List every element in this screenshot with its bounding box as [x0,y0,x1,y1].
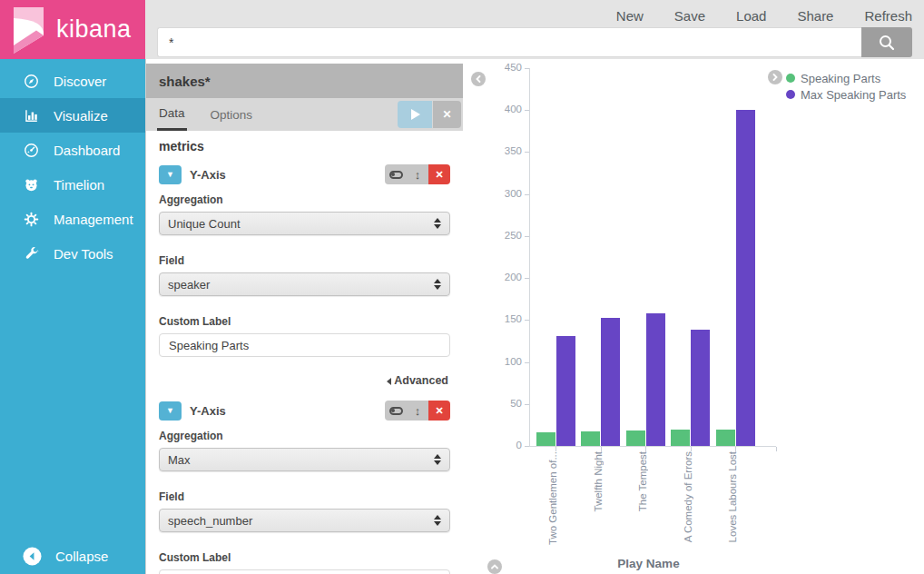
sidebar: Discover Visualize Dashboard [0,59,145,574]
legend-swatch [786,74,795,83]
reorder-agg-handle[interactable]: ↕ [407,164,428,184]
logo-text: kibana [56,15,132,44]
x-axis-label: Two Gentlemen of... [547,451,558,545]
sidebar-item-visualize[interactable]: Visualize [0,98,145,133]
tab-options[interactable]: Options [209,98,255,131]
y-axis-tick [525,278,529,279]
bar-speaking-parts[interactable] [581,431,600,446]
y-axis-tick [525,68,529,69]
y-axis-tick [525,320,529,321]
collapse-agg-button[interactable]: ▼ [159,165,182,184]
x-axis-label: Loves Labours Lost [727,451,738,542]
chart-legend: Speaking Parts Max Speaking Parts [786,70,906,103]
sidebar-item-dev-tools[interactable]: Dev Tools [0,236,145,271]
field-value: speech_number [168,514,252,528]
x-axis-label: A Comedy of Errors [683,451,693,542]
bar-max-speaking-parts[interactable] [601,318,620,446]
sidebar-item-timelion[interactable]: Timelion [0,167,145,202]
y-axis-tick-label: 450 [466,62,522,73]
panel-expand-button[interactable] [487,559,502,574]
bar-speaking-parts[interactable] [626,430,645,446]
legend-item-max-speaking-parts[interactable]: Max Speaking Parts [786,86,906,103]
advanced-row: Advanced [159,371,448,388]
index-pattern-header: shakes* [146,64,463,98]
aggregation-select[interactable]: Unique Count [159,212,450,235]
field-label: Field [159,490,450,503]
search-input[interactable] [157,27,861,57]
toggle-icon [389,171,403,179]
sidebar-item-discover[interactable]: Discover [0,64,145,98]
field-select[interactable]: speech_number [159,509,450,532]
y-axis-tick-label: 300 [466,188,522,199]
bar-speaking-parts[interactable] [536,432,555,446]
collapse-agg-button[interactable]: ▼ [159,401,182,421]
legend-toggle-button[interactable] [768,70,782,84]
play-icon [411,109,420,120]
sidebar-item-dashboard[interactable]: Dashboard [0,133,145,167]
apply-changes-button[interactable] [398,101,432,128]
nav-refresh[interactable]: Refresh [864,8,912,24]
bar-max-speaking-parts[interactable] [691,330,710,446]
nav-share[interactable]: Share [797,8,833,24]
legend-item-speaking-parts[interactable]: Speaking Parts [786,70,906,86]
x-axis-label: The Tempest [637,451,648,511]
advanced-link[interactable]: Advanced [387,374,448,387]
y-axis-tick-label: 400 [466,104,522,114]
sidebar-item-label: Dashboard [54,143,120,158]
remove-agg-button[interactable]: ✕ [428,164,450,184]
chart-panel: Speaking Parts Max Speaking Parts Play N… [463,59,924,574]
aggregation-select[interactable]: Max [159,448,450,471]
agg-header: ▼ Y-Axis ↕ ✕ [159,400,450,421]
bar-max-speaking-parts[interactable] [736,110,755,446]
chevron-right-icon [772,74,779,81]
custom-label-input[interactable] [159,333,450,357]
discard-changes-button[interactable]: ✕ [433,101,461,128]
bar-chart-icon [23,107,40,124]
search-bar [157,27,912,57]
nav-load[interactable]: Load [736,8,766,24]
kibana-logo[interactable]: kibana [0,0,145,59]
custom-label-input[interactable] [159,569,450,574]
agg-controls: ↕ ✕ [385,164,450,184]
compass-icon [23,73,40,90]
nav-save[interactable]: Save [674,8,705,24]
metrics-heading: metrics [159,139,450,153]
reorder-agg-handle[interactable]: ↕ [407,401,428,421]
sidebar-collapse-button[interactable]: Collapse [0,538,145,574]
tab-data[interactable]: Data [157,98,187,131]
nav-new[interactable]: New [616,8,644,24]
sidebar-item-label: Timelion [54,177,104,193]
y-axis-tick-label: 250 [466,230,522,241]
x-axis-line [529,446,776,447]
custom-label-label: Custom Label [159,315,450,328]
aggregation-value: Max [168,453,191,467]
agg-controls: ↕ ✕ [385,401,450,421]
metric-section-2: ▼ Y-Axis ↕ ✕ Aggregation Max Field speec… [159,400,450,574]
y-axis-tick [525,404,529,405]
triangle-left-icon [387,378,391,385]
sidebar-item-label: Dev Tools [54,246,113,262]
field-value: speaker [168,278,210,292]
agg-header: ▼ Y-Axis ↕ ✕ [159,163,450,185]
legend-swatch [786,90,795,99]
magnifier-icon [877,33,897,53]
sidebar-item-management[interactable]: Management [0,202,145,236]
collapse-editor-button[interactable] [471,72,486,86]
disable-agg-toggle[interactable] [385,401,407,421]
select-arrows-icon [434,218,441,229]
bar-speaking-parts[interactable] [716,430,735,446]
bar-max-speaking-parts[interactable] [646,313,665,446]
y-axis-line [529,68,530,446]
y-axis-tick [525,362,529,363]
aggregation-label: Aggregation [159,193,450,206]
bar-max-speaking-parts[interactable] [556,336,575,446]
y-axis-tick-label: 150 [466,313,522,324]
y-axis-tick-label: 350 [466,145,522,156]
bar-speaking-parts[interactable] [671,430,690,446]
remove-agg-button[interactable]: ✕ [428,401,450,421]
disable-agg-toggle[interactable] [385,164,407,184]
search-button[interactable] [861,27,912,57]
editor-actions: ✕ [398,98,463,131]
field-select[interactable]: speaker [159,272,450,296]
y-axis-tick-label: 0 [466,440,522,450]
